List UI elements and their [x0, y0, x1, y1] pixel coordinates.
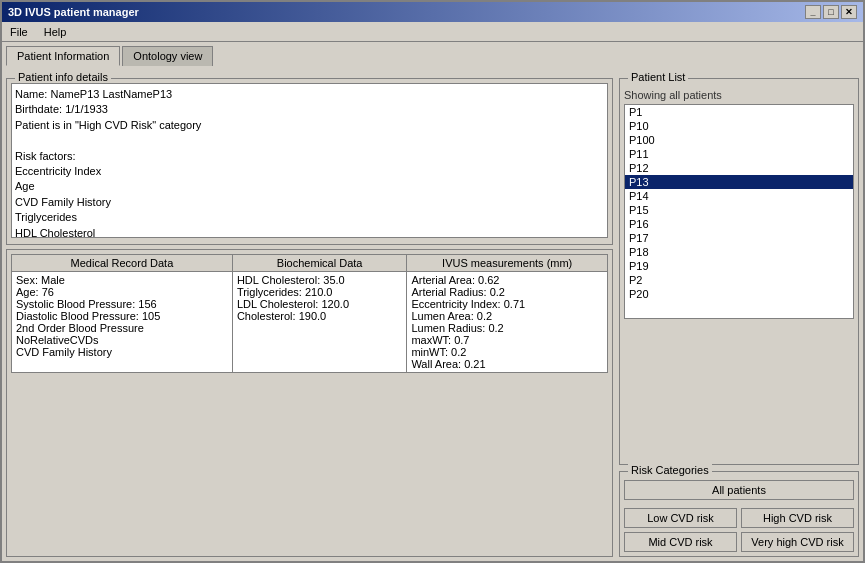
list-item[interactable]: P1	[625, 105, 853, 119]
col-medical-record: Medical Record Data	[12, 255, 233, 272]
list-item[interactable]: P13	[625, 175, 853, 189]
col-ivus: IVUS measurements (mm)	[407, 255, 608, 272]
window-title: 3D IVUS patient manager	[8, 6, 139, 18]
list-item[interactable]: P10	[625, 119, 853, 133]
maximize-button[interactable]: □	[823, 5, 839, 19]
ivus-lumen-area: Lumen Area: 0.2	[411, 310, 603, 322]
risk-categories-group: Risk Categories All patients Low CVD ris…	[619, 471, 859, 557]
ivus-cell: Arterial Area: 0.62 Arterial Radius: 0.2…	[407, 272, 608, 373]
content-area: Patient info details Medical Record Data…	[2, 66, 863, 561]
list-item[interactable]: P20	[625, 287, 853, 301]
table-row: Sex: Male Age: 76 Systolic Blood Pressur…	[12, 272, 608, 373]
help-menu[interactable]: Help	[40, 25, 71, 39]
mid-cvd-risk-button[interactable]: Mid CVD risk	[624, 532, 737, 552]
ivus-maxwt: maxWT: 0.7	[411, 334, 603, 346]
list-item[interactable]: P14	[625, 189, 853, 203]
list-item[interactable]: P12	[625, 161, 853, 175]
col-biochemical: Biochemical Data	[232, 255, 407, 272]
tab-bar: Patient Information Ontology view	[2, 42, 863, 66]
ivus-arterial-radius: Arterial Radius: 0.2	[411, 286, 603, 298]
ivus-eccentricity: Eccentricity Index: 0.71	[411, 298, 603, 310]
patient-info-group-title: Patient info details	[15, 71, 111, 83]
risk-categories-title: Risk Categories	[628, 464, 712, 476]
main-window: 3D IVUS patient manager _ □ ✕ File Help …	[0, 0, 865, 563]
medical-2nd-order: 2nd Order Blood Pressure	[16, 322, 228, 334]
medical-age: Age: 76	[16, 286, 228, 298]
minimize-button[interactable]: _	[805, 5, 821, 19]
medical-systolic: Systolic Blood Pressure: 156	[16, 298, 228, 310]
title-bar: 3D IVUS patient manager _ □ ✕	[2, 2, 863, 22]
ivus-lumen-radius: Lumen Radius: 0.2	[411, 322, 603, 334]
tab-patient-information[interactable]: Patient Information	[6, 46, 120, 66]
patient-list-title: Patient List	[628, 71, 688, 83]
medical-sex: Sex: Male	[16, 274, 228, 286]
patient-list-group: Patient List Showing all patients P1P10P…	[619, 78, 859, 465]
title-bar-buttons: _ □ ✕	[805, 5, 857, 19]
medical-cvd-family: CVD Family History	[16, 346, 228, 358]
menu-bar: File Help	[2, 22, 863, 42]
list-item[interactable]: P11	[625, 147, 853, 161]
very-high-cvd-risk-button[interactable]: Very high CVD risk	[741, 532, 854, 552]
list-item[interactable]: P15	[625, 203, 853, 217]
bio-chol: Cholesterol: 190.0	[237, 310, 403, 322]
medical-diastolic: Diastolic Blood Pressure: 105	[16, 310, 228, 322]
list-item[interactable]: P100	[625, 133, 853, 147]
patient-info-textarea[interactable]	[11, 83, 608, 238]
close-button[interactable]: ✕	[841, 5, 857, 19]
ivus-wall-area: Wall Area: 0.21	[411, 358, 603, 370]
showing-label: Showing all patients	[624, 89, 854, 101]
left-panel: Patient info details Medical Record Data…	[6, 70, 613, 557]
list-item[interactable]: P18	[625, 245, 853, 259]
biochemical-cell: HDL Cholesterol: 35.0 Triglycerides: 210…	[232, 272, 407, 373]
list-item[interactable]: P17	[625, 231, 853, 245]
medical-cell: Sex: Male Age: 76 Systolic Blood Pressur…	[12, 272, 233, 373]
list-item[interactable]: P19	[625, 259, 853, 273]
patient-info-group: Patient info details	[6, 78, 613, 245]
ivus-arterial-area: Arterial Area: 0.62	[411, 274, 603, 286]
bio-trig: Triglycerides: 210.0	[237, 286, 403, 298]
ivus-minwt: minWT: 0.2	[411, 346, 603, 358]
list-item[interactable]: P2	[625, 273, 853, 287]
medical-no-relative: NoRelativeCVDs	[16, 334, 228, 346]
risk-buttons-grid: Low CVD risk High CVD risk Mid CVD risk …	[624, 508, 854, 552]
low-cvd-risk-button[interactable]: Low CVD risk	[624, 508, 737, 528]
patient-list[interactable]: P1P10P100P11P12P13P14P15P16P17P18P19P2P2…	[624, 104, 854, 319]
bio-hdl: HDL Cholesterol: 35.0	[237, 274, 403, 286]
high-cvd-risk-button[interactable]: High CVD risk	[741, 508, 854, 528]
right-panel: Patient List Showing all patients P1P10P…	[619, 70, 859, 557]
medical-data-table: Medical Record Data Biochemical Data IVU…	[11, 254, 608, 373]
all-patients-button[interactable]: All patients	[624, 480, 854, 500]
bio-ldl: LDL Cholesterol: 120.0	[237, 298, 403, 310]
data-table-group: Medical Record Data Biochemical Data IVU…	[6, 249, 613, 557]
file-menu[interactable]: File	[6, 25, 32, 39]
tab-ontology-view[interactable]: Ontology view	[122, 46, 213, 66]
list-item[interactable]: P16	[625, 217, 853, 231]
